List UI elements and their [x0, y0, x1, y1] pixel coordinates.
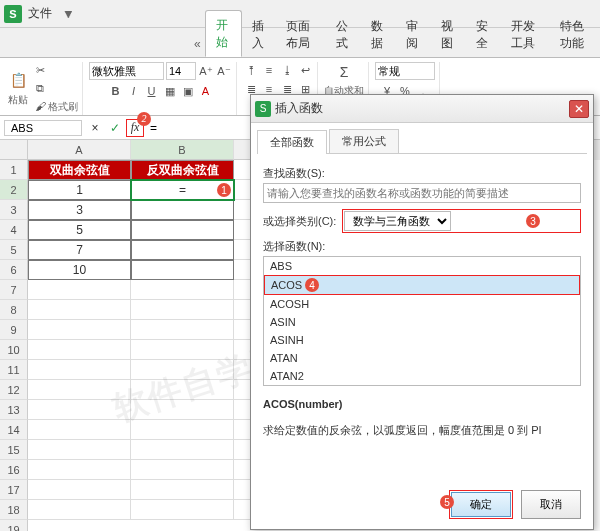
- cell[interactable]: [131, 340, 234, 360]
- tab-layout[interactable]: 页面布局: [276, 12, 326, 57]
- align-top-icon[interactable]: ⭱: [243, 62, 259, 78]
- font-name-select[interactable]: [89, 62, 164, 80]
- formula-accept-icon[interactable]: ✓: [106, 119, 124, 137]
- function-search-input[interactable]: [263, 183, 581, 203]
- dialog-close-button[interactable]: ✕: [569, 100, 589, 118]
- cell[interactable]: [131, 220, 234, 240]
- menu-dropdown-icon[interactable]: ⯆: [58, 9, 79, 19]
- cell[interactable]: [131, 400, 234, 420]
- cell[interactable]: [28, 280, 131, 300]
- cell[interactable]: [131, 480, 234, 500]
- border-icon[interactable]: ▦: [162, 83, 178, 99]
- cancel-button[interactable]: 取消: [521, 490, 581, 519]
- row-header[interactable]: 5: [0, 240, 28, 260]
- row-header[interactable]: 17: [0, 480, 28, 500]
- cell[interactable]: [28, 460, 131, 480]
- cell[interactable]: [28, 480, 131, 500]
- cell[interactable]: [28, 320, 131, 340]
- row-header[interactable]: 9: [0, 320, 28, 340]
- cell[interactable]: 5: [28, 220, 131, 240]
- tab-data[interactable]: 数据: [361, 12, 396, 57]
- row-header[interactable]: 1: [0, 160, 28, 180]
- autosum-icon[interactable]: Σ: [334, 62, 354, 82]
- row-header[interactable]: 3: [0, 200, 28, 220]
- ok-button[interactable]: 确定: [451, 492, 511, 517]
- cell[interactable]: [131, 500, 234, 520]
- row-header[interactable]: 12: [0, 380, 28, 400]
- row-header[interactable]: 7: [0, 280, 28, 300]
- cell[interactable]: [131, 200, 234, 220]
- tab-security[interactable]: 安全: [466, 12, 501, 57]
- row-header[interactable]: 18: [0, 500, 28, 520]
- cell[interactable]: 3: [28, 200, 131, 220]
- dialog-titlebar[interactable]: S 插入函数 ✕: [251, 95, 593, 123]
- insert-function-button[interactable]: fx: [126, 119, 144, 137]
- cell[interactable]: 10: [28, 260, 131, 280]
- cell[interactable]: 反双曲余弦值: [131, 160, 234, 180]
- number-format-select[interactable]: [375, 62, 435, 80]
- select-all-corner[interactable]: [0, 140, 28, 160]
- col-header[interactable]: A: [28, 140, 131, 160]
- italic-icon[interactable]: I: [126, 83, 142, 99]
- row-header[interactable]: 10: [0, 340, 28, 360]
- row-header[interactable]: 14: [0, 420, 28, 440]
- cell[interactable]: [28, 440, 131, 460]
- row-header[interactable]: 11: [0, 360, 28, 380]
- row-header[interactable]: 13: [0, 400, 28, 420]
- cell[interactable]: [131, 460, 234, 480]
- tab-feature[interactable]: 特色功能: [550, 12, 600, 57]
- wrap-text-icon[interactable]: ↩: [297, 62, 313, 78]
- menu-file[interactable]: 文件: [22, 5, 58, 22]
- align-middle-icon[interactable]: ≡: [261, 62, 277, 78]
- cell[interactable]: [28, 400, 131, 420]
- tab-review[interactable]: 审阅: [396, 12, 431, 57]
- row-header[interactable]: 19: [0, 520, 28, 531]
- decrease-font-icon[interactable]: A⁻: [216, 63, 232, 79]
- function-list[interactable]: ABS ACOS ACOSH ASIN ASINH ATAN ATAN2 ATA…: [263, 256, 581, 386]
- function-item[interactable]: ATAN: [264, 349, 580, 367]
- font-color-icon[interactable]: A: [198, 83, 214, 99]
- cell[interactable]: 双曲余弦值: [28, 160, 131, 180]
- cell[interactable]: [28, 340, 131, 360]
- increase-font-icon[interactable]: A⁺: [198, 63, 214, 79]
- function-item[interactable]: ACOSH: [264, 295, 580, 313]
- row-header[interactable]: 6: [0, 260, 28, 280]
- cell[interactable]: [28, 420, 131, 440]
- cut-icon[interactable]: ✂: [32, 62, 48, 78]
- underline-icon[interactable]: U: [144, 83, 160, 99]
- row-header[interactable]: 8: [0, 300, 28, 320]
- function-item-selected[interactable]: ACOS: [264, 275, 580, 295]
- cell[interactable]: 7: [28, 240, 131, 260]
- row-header[interactable]: 16: [0, 460, 28, 480]
- cell[interactable]: [28, 360, 131, 380]
- function-item[interactable]: ASINH: [264, 331, 580, 349]
- tab-insert[interactable]: 插入: [242, 12, 277, 57]
- cell[interactable]: [28, 380, 131, 400]
- align-bottom-icon[interactable]: ⭳: [279, 62, 295, 78]
- tab-home[interactable]: 开始: [205, 10, 242, 57]
- function-item[interactable]: ASIN: [264, 313, 580, 331]
- cell[interactable]: [131, 240, 234, 260]
- cell[interactable]: [131, 380, 234, 400]
- cell[interactable]: [131, 280, 234, 300]
- active-cell[interactable]: = 1: [131, 180, 234, 200]
- row-header[interactable]: 2: [0, 180, 28, 200]
- formula-cancel-icon[interactable]: ×: [86, 119, 104, 137]
- format-painter-icon[interactable]: 🖌: [32, 98, 48, 114]
- fill-color-icon[interactable]: ▣: [180, 83, 196, 99]
- cell[interactable]: [28, 500, 131, 520]
- function-item[interactable]: ATAN2: [264, 367, 580, 385]
- bold-icon[interactable]: B: [108, 83, 124, 99]
- function-item[interactable]: ATANH: [264, 385, 580, 386]
- cell[interactable]: [131, 420, 234, 440]
- col-header[interactable]: B: [131, 140, 234, 160]
- cell[interactable]: [131, 260, 234, 280]
- cell[interactable]: [28, 300, 131, 320]
- tab-view[interactable]: 视图: [431, 12, 466, 57]
- tabs-chevron-icon[interactable]: «: [190, 31, 205, 57]
- font-size-select[interactable]: [166, 62, 196, 80]
- tab-dev[interactable]: 开发工具: [501, 12, 551, 57]
- row-header[interactable]: 15: [0, 440, 28, 460]
- tab-formula[interactable]: 公式: [326, 12, 361, 57]
- category-select[interactable]: 数学与三角函数: [344, 211, 451, 231]
